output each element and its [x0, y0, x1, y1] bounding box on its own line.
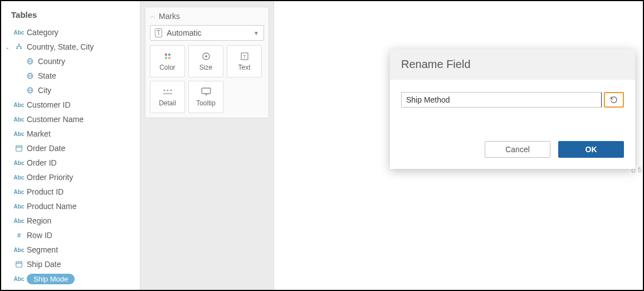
field-row[interactable]: Country	[1, 54, 140, 69]
abc-type-icon: Abc	[11, 160, 27, 166]
field-label: Product Name	[27, 202, 130, 211]
field-row[interactable]: AbcMarket	[1, 127, 140, 141]
color-shelf[interactable]: Color	[150, 45, 185, 77]
field-row[interactable]: AbcOrder ID	[1, 156, 140, 170]
field-row[interactable]: ⌄Country, State, City	[1, 40, 140, 54]
svg-point-18	[164, 57, 167, 59]
marks-header[interactable]: ︿ Marks	[150, 12, 264, 21]
abc-type-icon: Abc	[11, 117, 27, 123]
svg-point-0	[18, 43, 20, 45]
marks-panel-area: ︿ Marks T Automatic ▼ Color	[140, 1, 274, 290]
field-label: Row ID	[27, 231, 130, 240]
abc-type-icon: Abc	[11, 276, 27, 282]
abc-type-icon: Abc	[11, 203, 27, 210]
svg-rect-14	[16, 262, 22, 268]
field-row[interactable]: AbcCategory	[1, 25, 140, 40]
detail-icon	[163, 87, 173, 97]
field-label: Order Priority	[27, 173, 130, 182]
abc-type-icon: Abc	[11, 218, 27, 224]
text-shelf[interactable]: T Text	[227, 45, 262, 77]
field-pill-selected[interactable]: Ship Mode	[27, 274, 75, 284]
reset-name-button[interactable]	[604, 92, 624, 108]
field-row[interactable]: Ship Date	[1, 257, 140, 271]
field-row[interactable]: Order Date	[1, 141, 140, 156]
field-row[interactable]: AbcProduct Name	[1, 199, 140, 214]
svg-point-25	[167, 90, 168, 91]
field-row[interactable]: AbcShip Mode	[1, 271, 140, 286]
field-label: Market	[27, 129, 130, 138]
globe-type-icon	[22, 72, 38, 80]
field-row[interactable]: AbcOrder Priority	[1, 170, 140, 185]
svg-rect-12	[16, 146, 22, 152]
marks-card: ︿ Marks T Automatic ▼ Color	[145, 7, 269, 118]
field-label: Customer Name	[27, 115, 130, 124]
size-icon	[201, 51, 211, 61]
chevron-down-icon: ▼	[253, 30, 259, 36]
globe-type-icon	[22, 86, 38, 94]
svg-point-1	[16, 47, 18, 49]
field-label: Category	[27, 28, 130, 37]
svg-text:T: T	[243, 54, 246, 60]
field-row[interactable]: #Row ID	[1, 228, 140, 243]
abc-type-icon: Abc	[11, 174, 27, 181]
field-label: Region	[27, 216, 130, 225]
data-pane: Tables AbcCategory⌄Country, State, CityC…	[1, 1, 140, 290]
field-label: Ship Date	[27, 260, 130, 269]
field-row[interactable]: City	[1, 83, 140, 98]
field-label: Order Date	[27, 144, 130, 153]
abc-type-icon: Abc	[11, 102, 27, 108]
svg-point-21	[205, 55, 207, 57]
svg-point-26	[170, 90, 172, 91]
field-label: Product ID	[27, 187, 130, 196]
svg-point-2	[20, 47, 22, 49]
abc-type-icon: Abc	[11, 189, 27, 195]
svg-point-24	[163, 90, 165, 91]
field-row[interactable]: AbcCustomer ID	[1, 98, 140, 112]
globe-type-icon	[22, 57, 38, 65]
rename-field-dialog: Rename Field Cancel OK	[390, 49, 635, 169]
rename-input[interactable]	[401, 92, 602, 108]
dialog-title: Rename Field	[390, 49, 635, 80]
field-label: Order ID	[27, 158, 130, 167]
tooltip-shelf[interactable]: Tooltip	[188, 81, 223, 113]
svg-point-19	[168, 57, 170, 59]
field-row[interactable]: AbcSegment	[1, 243, 140, 257]
svg-point-17	[168, 54, 170, 56]
date-type-icon	[11, 260, 27, 268]
mark-type-label: Automatic	[167, 28, 201, 37]
field-label: Country	[38, 57, 130, 66]
chevron-up-icon: ︿	[150, 12, 155, 20]
field-label: City	[38, 86, 130, 95]
field-label: Customer ID	[27, 100, 130, 109]
svg-rect-28	[202, 88, 211, 94]
number-type-icon: #	[11, 232, 27, 239]
automatic-icon: T	[155, 28, 162, 37]
text-icon: T	[240, 51, 249, 61]
color-icon	[163, 51, 172, 61]
ok-button[interactable]: OK	[558, 141, 624, 158]
field-row[interactable]: AbcRegion	[1, 214, 140, 228]
undo-icon	[609, 95, 618, 104]
size-shelf[interactable]: Size	[188, 45, 223, 77]
abc-type-icon: Abc	[11, 247, 27, 253]
date-type-icon	[11, 144, 27, 152]
field-row[interactable]: AbcProduct ID	[1, 185, 140, 199]
abc-type-icon: Abc	[11, 30, 27, 36]
field-label: Segment	[27, 245, 130, 254]
abc-type-icon: Abc	[11, 131, 27, 137]
detail-shelf[interactable]: Detail	[150, 81, 185, 113]
field-row[interactable]: AbcCustomer Name	[1, 112, 140, 127]
field-label: Country, State, City	[27, 42, 130, 51]
mark-type-dropdown[interactable]: T Automatic ▼	[150, 25, 264, 41]
chevron-down-icon[interactable]: ⌄	[3, 44, 11, 50]
cancel-button[interactable]: Cancel	[485, 141, 550, 158]
tables-heading: Tables	[1, 7, 140, 25]
marks-title: Marks	[159, 12, 180, 21]
field-row[interactable]: State	[1, 69, 140, 83]
svg-point-16	[164, 54, 167, 56]
hierarchy-type-icon	[11, 43, 27, 51]
tooltip-icon	[201, 87, 211, 97]
field-label: State	[38, 71, 130, 80]
